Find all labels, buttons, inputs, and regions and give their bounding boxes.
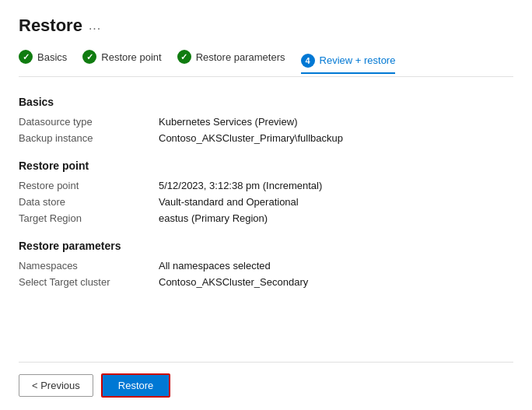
field-label-target-cluster: Select Target cluster xyxy=(19,276,159,288)
page-menu-icon[interactable]: ... xyxy=(89,19,101,33)
field-row-target-cluster: Select Target cluster Contoso_AKSCluster… xyxy=(19,276,513,288)
step-review-restore-number-icon: 4 xyxy=(301,54,315,68)
basics-section-title: Basics xyxy=(19,96,513,108)
content-area: Basics Datasource type Kubernetes Servic… xyxy=(19,96,513,362)
step-basics-label: Basics xyxy=(37,51,67,63)
step-restore-point-label: Restore point xyxy=(101,51,161,63)
step-review-restore[interactable]: 4 Review + restore xyxy=(301,54,396,74)
step-restore-point[interactable]: Restore point xyxy=(82,50,161,68)
restore-button[interactable]: Restore xyxy=(101,373,171,398)
field-value-namespaces: All namespaces selected xyxy=(159,260,271,272)
basics-section: Basics Datasource type Kubernetes Servic… xyxy=(19,96,513,144)
step-restore-parameters-check-icon xyxy=(177,50,191,64)
field-value-restore-point: 5/12/2023, 3:12:38 pm (Incremental) xyxy=(159,180,322,191)
field-label-backup-instance: Backup instance xyxy=(19,132,159,144)
page-header: Restore ... xyxy=(19,16,513,36)
field-value-target-region: eastus (Primary Region) xyxy=(159,212,268,224)
field-row-namespaces: Namespaces All namespaces selected xyxy=(19,260,513,272)
footer-buttons: < Previous Restore xyxy=(19,362,513,398)
step-restore-point-check-icon xyxy=(82,50,96,64)
restore-parameters-section: Restore parameters Namespaces All namesp… xyxy=(19,240,513,288)
field-label-datasource: Datasource type xyxy=(19,116,159,128)
page-title: Restore xyxy=(19,16,82,36)
step-restore-parameters-label: Restore parameters xyxy=(196,51,285,63)
field-label-namespaces: Namespaces xyxy=(19,260,159,272)
step-review-restore-label: Review + restore xyxy=(320,54,396,66)
field-label-data-store: Data store xyxy=(19,196,159,208)
field-value-datasource: Kubernetes Services (Preview) xyxy=(159,116,297,128)
wizard-steps: Basics Restore point Restore parameters … xyxy=(19,50,513,77)
previous-button[interactable]: < Previous xyxy=(19,374,93,397)
field-row-restore-point: Restore point 5/12/2023, 3:12:38 pm (Inc… xyxy=(19,180,513,191)
field-row-data-store: Data store Vault-standard and Operationa… xyxy=(19,196,513,208)
field-row-target-region: Target Region eastus (Primary Region) xyxy=(19,212,513,224)
restore-point-section-title: Restore point xyxy=(19,159,513,172)
step-basics[interactable]: Basics xyxy=(19,50,67,68)
field-value-target-cluster: Contoso_AKSCluster_Secondary xyxy=(159,276,308,288)
restore-parameters-section-title: Restore parameters xyxy=(19,240,513,252)
restore-point-section: Restore point Restore point 5/12/2023, 3… xyxy=(19,159,513,224)
field-value-data-store: Vault-standard and Operational xyxy=(159,196,299,208)
field-row-datasource: Datasource type Kubernetes Services (Pre… xyxy=(19,116,513,128)
field-label-restore-point: Restore point xyxy=(19,180,159,191)
step-restore-parameters[interactable]: Restore parameters xyxy=(177,50,285,68)
field-row-backup-instance: Backup instance Contoso_AKSCluster_Prima… xyxy=(19,132,513,144)
field-label-target-region: Target Region xyxy=(19,212,159,224)
step-basics-check-icon xyxy=(19,50,33,64)
field-value-backup-instance: Contoso_AKSCluster_Primary\fullbackup xyxy=(159,132,343,144)
